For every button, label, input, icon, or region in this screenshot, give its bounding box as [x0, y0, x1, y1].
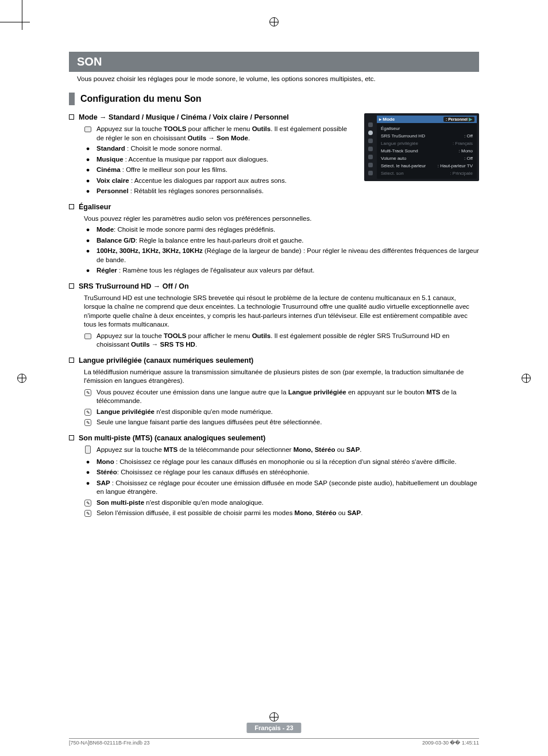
- registration-mark-left: [17, 374, 26, 383]
- note-icon: ✎: [84, 409, 91, 416]
- bullet-icon: ●: [84, 266, 92, 275]
- osd-row: Langue privilégiée: Français: [379, 140, 475, 147]
- osd-mode-label: Mode: [383, 117, 395, 122]
- osd-item-label: Sélect. son: [381, 171, 404, 176]
- osd-item-value: : Français: [453, 141, 473, 146]
- bullet-icon: ●: [84, 176, 92, 185]
- item-text: : Choisit le mode sonore parmi des régla…: [114, 226, 275, 233]
- osd-item-value: : Off: [464, 133, 473, 139]
- heading-options: Standard / Musique / Cinéma / Voix clair…: [109, 113, 289, 121]
- bullet-icon: ●: [84, 155, 92, 164]
- subsection-lang-heading: Langue privilégiée (canaux numériques se…: [69, 356, 479, 364]
- osd-item-value: : Off: [464, 156, 473, 161]
- note-icon: ✎: [84, 389, 91, 396]
- arrow-right-icon: ▶: [469, 117, 472, 122]
- bullet-icon: ●: [84, 144, 92, 153]
- item-text: : Choisissez ce réglage pour les canaux …: [114, 458, 457, 465]
- bullet-icon: ●: [84, 479, 92, 488]
- crop-mark: [0, 22, 30, 22]
- eq-intro: Vous pouvez régler les paramètres audio …: [84, 214, 479, 224]
- speaker-icon: [368, 131, 373, 135]
- list-item: ●Cinéma : Offre le meilleur son pour les…: [84, 166, 354, 175]
- registration-mark-top: [269, 17, 279, 26]
- square-bullet-icon: [69, 114, 74, 120]
- osd-item-label: Multi-Track Sound: [381, 148, 418, 153]
- note-icon: ✎: [84, 500, 91, 506]
- list-item: ●Stéréo: Choisissez ce réglage pour les …: [84, 468, 479, 477]
- osd-row: Multi-Track Sound: Mono: [379, 147, 475, 155]
- list-item: ●Mono : Choisissez ce réglage pour les c…: [84, 458, 479, 467]
- tools-note: Appuyez sur la touche TOOLS pour affiche…: [84, 125, 354, 143]
- srs-tools-note: Appuyez sur la touche TOOLS pour affiche…: [84, 332, 479, 350]
- item-text: : Règle la balance entre les haut-parleu…: [136, 237, 304, 244]
- osd-item-label: Volume auto: [381, 156, 406, 161]
- osd-item-label: SRS TruSurround HD: [381, 133, 425, 139]
- lang-note-2: ✎ Langue privilégiée n'est disponible qu…: [84, 408, 479, 417]
- bullet-icon: ●: [84, 247, 92, 255]
- subsection-mts-heading: Son multi-piste (MTS) (canaux analogique…: [69, 434, 479, 442]
- bullet-icon: ●: [84, 166, 92, 174]
- bullet-icon: ●: [84, 236, 92, 245]
- osd-row: Égaliseur: [379, 125, 475, 132]
- item-label: Mode: [97, 226, 114, 233]
- item-text: : Accentue la musique par rapport aux di…: [124, 156, 269, 163]
- item-label: SAP: [97, 479, 110, 486]
- lang-note-1: ✎ Vous pouvez écouter une émission dans …: [84, 388, 479, 406]
- osd-mode-value: Personnel: [448, 117, 468, 121]
- subsection-eq-heading: Égaliseur: [69, 203, 479, 211]
- print-file: [750-NA]BN68-02111B-Fre.indb 23: [69, 740, 150, 746]
- osd-row: Volume auto: Off: [379, 155, 475, 162]
- item-label: Balance G/D: [97, 237, 136, 244]
- square-bullet-icon: [69, 435, 74, 440]
- item-text: : Offre le meilleur son pour les films.: [121, 166, 227, 173]
- item-text: : Choisit le mode sonore normal.: [125, 145, 222, 152]
- item-label: Musique: [97, 156, 124, 163]
- item-text: : Rétablit les réglages sonores personna…: [129, 187, 264, 194]
- heading-prefix: Mode →: [79, 113, 109, 121]
- tools-icon: [84, 333, 91, 339]
- print-timestamp: 2009-03-30 �� 1:45:11: [422, 740, 479, 746]
- print-footer: [750-NA]BN68-02111B-Fre.indb 23 2009-03-…: [69, 738, 479, 746]
- item-label: Voix claire: [97, 177, 129, 184]
- srs-para: TruSurround HD est une technologie SRS b…: [84, 294, 479, 329]
- intro-text: Vous pouvez choisir les réglages pour le…: [69, 75, 479, 82]
- list-item: ●Standard : Choisit le mode sonore norma…: [84, 144, 354, 153]
- osd-item-label: Langue privilégiée: [381, 141, 418, 146]
- square-bullet-icon: [69, 204, 74, 209]
- crop-mark: [22, 0, 22, 30]
- registration-mark-right: [522, 374, 531, 383]
- osd-row: SRS TruSurround HD: Off: [379, 132, 475, 140]
- osd-item-value: : Haut-parleur TV: [438, 163, 473, 168]
- title-accent-bar: [69, 93, 75, 105]
- note-icon: ✎: [84, 419, 91, 426]
- config-title: Configuration du menu Son: [80, 94, 202, 104]
- osd-item-label: Égaliseur: [381, 126, 400, 131]
- item-text: : Choisissez ce réglage pour écouter une…: [97, 479, 477, 496]
- item-text: : Choisissez ce réglage pour les canaux …: [117, 469, 310, 475]
- item-label: Personnel: [97, 187, 129, 194]
- subsection-srs-heading: SRS TruSurround HD → Off / On: [69, 282, 479, 290]
- mts-note-2: ✎ Selon l'émission diffusée, il est poss…: [84, 509, 479, 518]
- square-bullet-icon: [69, 358, 74, 363]
- section-banner: SON: [69, 52, 479, 72]
- item-text: : Ramène tous les réglages de l'égalisat…: [117, 267, 315, 274]
- item-label: 100Hz, 300Hz, 1KHz, 3KHz, 10KHz: [97, 247, 203, 254]
- item-label: Mono: [97, 458, 114, 465]
- list-item: ●Mode: Choisit le mode sonore parmi des …: [84, 225, 479, 235]
- square-bullet-icon: [69, 283, 74, 289]
- registration-mark-bottom: [269, 712, 279, 722]
- osd-item-value: : Mono: [459, 148, 473, 153]
- osd-item-value: : Principale: [450, 171, 473, 176]
- list-item: ●Régler : Ramène tous les réglages de l'…: [84, 266, 479, 275]
- list-item: ●Balance G/D: Règle la balance entre les…: [84, 236, 479, 245]
- list-item: ●SAP : Choisissez ce réglage pour écoute…: [84, 479, 479, 497]
- bullet-icon: ●: [84, 225, 92, 234]
- list-item: ●Personnel : Rétablit les réglages sonor…: [84, 187, 354, 196]
- bullet-icon: ●: [84, 458, 92, 466]
- mts-note-1: ✎ Son multi-piste n'est disponible qu'en…: [84, 498, 479, 508]
- osd-preview: ▸ Mode : Personnel ▶ ÉgaliseurSRS TruSur…: [364, 113, 479, 181]
- remote-icon: [85, 446, 91, 454]
- item-label: Régler: [97, 267, 117, 274]
- lang-note-3: ✎ Seule une langue faisant partie des la…: [84, 418, 479, 427]
- page-footer: Français - 23: [246, 723, 301, 733]
